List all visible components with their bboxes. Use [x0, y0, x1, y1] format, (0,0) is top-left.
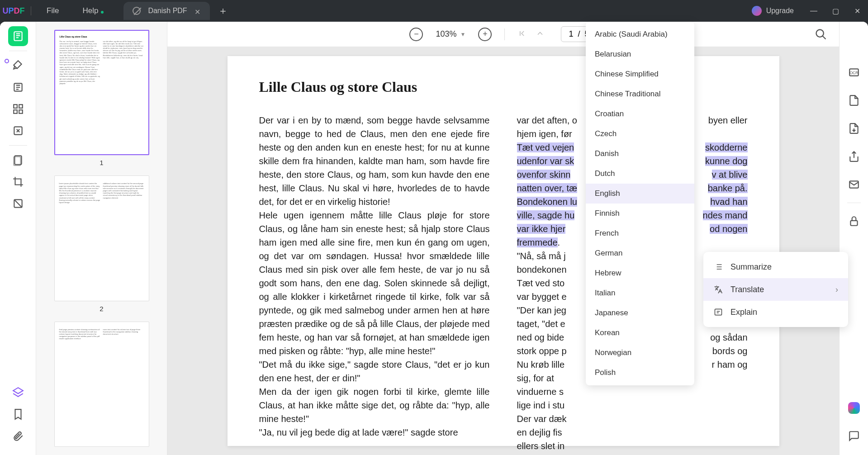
- left-toolbar: [0, 22, 36, 455]
- lang-option[interactable]: German: [586, 243, 694, 263]
- organize-tool-button[interactable]: [8, 99, 28, 119]
- attachment-button[interactable]: [8, 426, 28, 446]
- thumbnail-label-2: 2: [100, 305, 103, 313]
- list-icon: [713, 262, 723, 272]
- lang-option[interactable]: Dutch: [586, 164, 694, 184]
- titlebar: UPDF File Help Danish PDF ✕ ＋ Upgrade — …: [0, 0, 868, 22]
- lang-option[interactable]: Chinese Traditional: [586, 84, 694, 104]
- zoom-in-button[interactable]: +: [478, 28, 492, 41]
- selected-text: Tæt ved vejen udenfor var sk ovenfor ski…: [517, 142, 577, 247]
- prev-page-button[interactable]: [536, 29, 545, 40]
- lang-option[interactable]: Croatian: [586, 104, 694, 124]
- first-page-button[interactable]: [517, 29, 526, 40]
- separator: [31, 6, 31, 15]
- close-tab-button[interactable]: ✕: [194, 8, 201, 14]
- minimize-button[interactable]: —: [803, 0, 825, 22]
- translate-icon: [713, 284, 723, 294]
- close-window-button[interactable]: ✕: [846, 0, 868, 22]
- ai-context-menu: Summarize Translate › Explain: [703, 252, 848, 327]
- notification-dot: [101, 11, 104, 14]
- reader-mode-button[interactable]: [8, 26, 28, 46]
- upgrade-button[interactable]: Upgrade: [743, 6, 803, 16]
- zoom-dropdown-icon: ▼: [460, 31, 466, 38]
- crop-tool-button[interactable]: [8, 172, 28, 192]
- file-button[interactable]: [844, 90, 864, 110]
- lang-option[interactable]: Czech: [586, 124, 694, 144]
- lang-option[interactable]: Polish: [586, 363, 694, 383]
- summarize-option[interactable]: Summarize: [703, 256, 848, 278]
- svg-rect-14: [850, 221, 857, 226]
- search-button[interactable]: [815, 28, 827, 41]
- email-button[interactable]: [844, 175, 864, 194]
- lang-option[interactable]: Korean: [586, 323, 694, 343]
- avatar-icon: [752, 6, 762, 16]
- lang-option[interactable]: Belarusian: [586, 44, 694, 64]
- ocr-button[interactable]: OCR: [844, 62, 864, 82]
- chevron-right-icon: ›: [835, 285, 838, 294]
- menu-file[interactable]: File: [35, 6, 71, 15]
- page-viewport[interactable]: Lille Claus og store Claus Der var i en …: [167, 47, 839, 455]
- panel-handle[interactable]: [5, 59, 9, 63]
- translate-option[interactable]: Translate ›: [703, 278, 848, 301]
- lang-option[interactable]: French: [586, 223, 694, 243]
- document-tab[interactable]: Danish PDF ✕: [123, 2, 209, 20]
- document-icon: [133, 7, 141, 15]
- thumbnail-panel: Lille Claus og store Claus Der var i en …: [36, 22, 167, 455]
- thumbnail-page-2[interactable]: lorem ipsum placeholder danish text cont…: [54, 175, 149, 301]
- lang-option[interactable]: Japanese: [586, 303, 694, 323]
- ai-button[interactable]: [844, 398, 864, 418]
- text-column-1: Der var i en by to mænd, som begge havde…: [259, 114, 490, 453]
- layers-button[interactable]: [8, 383, 28, 403]
- lang-option[interactable]: Italian: [586, 283, 694, 303]
- protect-button[interactable]: [844, 211, 864, 231]
- view-toolbar: − 103%▼ + 1 / 5: [167, 22, 839, 47]
- thumbnail-page-1[interactable]: Lille Claus og store Claus Der var i en …: [54, 30, 149, 155]
- add-tab-button[interactable]: ＋: [218, 4, 228, 18]
- svg-rect-15: [715, 309, 722, 315]
- tab-title: Danish PDF: [148, 7, 187, 15]
- lang-option[interactable]: Arabic (Saudi Arabia): [586, 24, 694, 44]
- svg-rect-3: [19, 104, 23, 108]
- lang-option[interactable]: Norwegian: [586, 343, 694, 363]
- svg-rect-2: [14, 104, 17, 108]
- window-controls: — ▢ ✕: [803, 0, 868, 22]
- lang-option[interactable]: Danish: [586, 144, 694, 164]
- svg-point-10: [816, 30, 824, 37]
- right-toolbar: OCR: [839, 22, 868, 455]
- thumbnail-page-3[interactable]: third page preview content showing conti…: [54, 322, 149, 447]
- maximize-button[interactable]: ▢: [825, 0, 846, 22]
- zoom-value[interactable]: 103%▼: [432, 29, 469, 39]
- lang-option[interactable]: Hebrew: [586, 263, 694, 283]
- pdf-page: Lille Claus og store Claus Der var i en …: [228, 56, 779, 446]
- share-button[interactable]: [844, 147, 864, 166]
- lang-option[interactable]: Chinese Simplified: [586, 64, 694, 84]
- comment-tool-button[interactable]: [8, 56, 28, 76]
- lang-option[interactable]: Finnish: [586, 204, 694, 223]
- explain-icon: [713, 307, 723, 317]
- app-logo: UPDF: [0, 6, 27, 16]
- lang-option[interactable]: English: [586, 184, 694, 204]
- zoom-out-button[interactable]: −: [409, 28, 423, 41]
- svg-rect-4: [14, 110, 17, 114]
- svg-rect-5: [19, 110, 23, 114]
- language-dropdown: Arabic (Saudi Arabia) Belarusian Chinese…: [586, 22, 694, 385]
- bookmark-button[interactable]: [8, 404, 28, 424]
- page-tool-button[interactable]: [8, 150, 28, 170]
- chat-button[interactable]: [844, 426, 864, 446]
- main-area: Lille Claus og store Claus Der var i en …: [0, 22, 868, 455]
- redact-tool-button[interactable]: [8, 194, 28, 213]
- content-area: − 103%▼ + 1 / 5 Lille Claus og store Cla…: [167, 22, 839, 455]
- form-tool-button[interactable]: [8, 121, 28, 141]
- explain-option[interactable]: Explain: [703, 301, 848, 323]
- svg-text:OCR: OCR: [849, 71, 858, 75]
- edit-tool-button[interactable]: [8, 77, 28, 97]
- export-button[interactable]: [844, 118, 864, 138]
- thumbnail-label-1: 1: [100, 159, 103, 166]
- menu-help[interactable]: Help: [71, 6, 110, 15]
